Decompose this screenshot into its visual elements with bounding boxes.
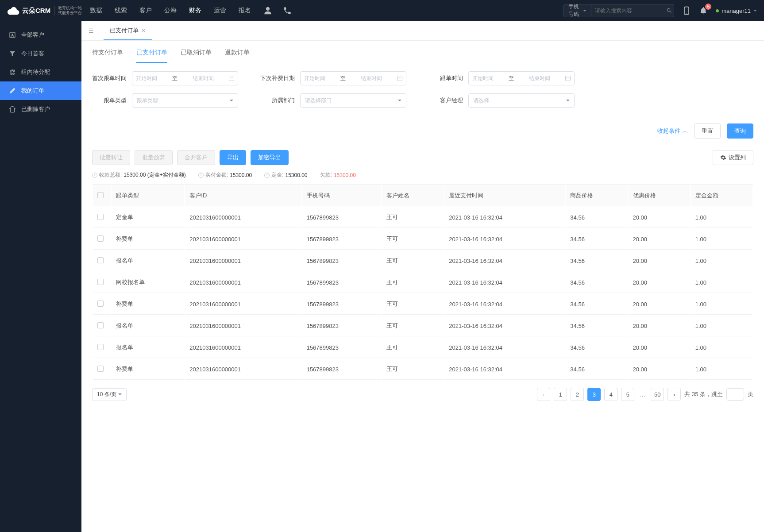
dept-select[interactable]: 请选择部门 [300,93,406,108]
page-5[interactable]: 5 [621,388,634,401]
topnav-报名[interactable]: 报名 [239,7,251,15]
sub-tab-已支付订单[interactable]: 已支付订单 [136,49,167,63]
sidebar-item-我的订单[interactable]: 我的订单 [0,81,81,100]
help-icon [92,173,97,178]
row-checkbox[interactable] [97,214,104,220]
batch-abandon-button[interactable]: 批量放弃 [135,150,173,165]
last-page-button[interactable]: 50 [651,388,664,401]
topnav-运营[interactable]: 运营 [214,7,226,15]
set-columns-button[interactable]: 设置列 [713,150,753,165]
row-checkbox[interactable] [97,257,104,263]
dept-label: 所属部门 [260,96,295,104]
calendar-icon [229,76,234,81]
manager-label: 客户经理 [428,96,463,104]
query-button[interactable]: 查询 [727,123,753,139]
page-tab[interactable]: 已支付订单 ✕ [104,21,152,40]
sidebar-item-已删除客户[interactable]: 已删除客户 [0,100,81,119]
cell-price: 34.56 [566,316,627,336]
close-icon[interactable]: ✕ [141,27,146,34]
cell-id: 2021031600000001 [185,207,301,228]
next-fee-date-range[interactable]: 开始时间至结束时间 [300,71,406,85]
encrypt-export-button[interactable]: 加密导出 [251,150,289,165]
page-3[interactable]: 3 [587,388,601,401]
export-button[interactable]: 导出 [220,150,246,165]
row-checkbox[interactable] [97,344,104,350]
first-follow-time-range[interactable]: 开始时间至结束时间 [132,71,238,85]
page-4[interactable]: 4 [604,388,617,401]
search-button[interactable] [665,4,674,17]
table-row[interactable]: 补费单20210316000000011567899823王可2021-03-1… [93,294,752,315]
page-2[interactable]: 2 [571,388,584,401]
manager-select[interactable]: 请选择 [468,93,575,108]
edit-icon [9,87,16,94]
chevron-down-icon [230,100,233,101]
follow-time-range[interactable]: 开始时间至结束时间 [468,71,575,85]
cell-name: 王可 [382,359,444,380]
table-row[interactable]: 补费单20210316000000011567899823王可2021-03-1… [93,229,752,250]
select-all-checkbox[interactable] [97,192,104,198]
sidebar-item-组内待分配[interactable]: 组内待分配 [0,63,81,81]
row-checkbox[interactable] [97,366,104,372]
cell-deposit: 1.00 [691,337,752,358]
topnav-线索[interactable]: 线索 [115,7,127,15]
sidebar-item-全部客户[interactable]: 全部客户 [0,26,81,44]
sub-tab-待支付订单[interactable]: 待支付订单 [92,49,123,63]
sub-tab-已取消订单[interactable]: 已取消订单 [181,49,212,63]
cell-time: 2021-03-16 16:32:04 [444,251,565,271]
orders-table: 跟单类型客户ID手机号码客户姓名最近支付时间商品价格优惠价格定金金额 定金单20… [92,184,753,381]
topnav-财务[interactable]: 财务 [189,7,201,15]
cell-time: 2021-03-16 16:32:04 [444,337,565,358]
column-header: 客户姓名 [382,185,444,206]
phone-icon[interactable] [283,6,292,15]
next-page-button[interactable]: › [668,388,681,401]
row-checkbox[interactable] [97,301,104,307]
person-icon[interactable] [263,6,272,15]
user-menu[interactable]: manager11 [716,8,757,14]
search-box[interactable]: 手机号码 [563,4,674,17]
jump-page-input[interactable] [726,388,744,401]
search-type-select[interactable]: 手机号码 [564,4,591,17]
follow-type-select[interactable]: 跟单类型 [132,93,238,108]
search-input[interactable] [591,8,665,14]
collapse-sidebar-icon[interactable]: ☰ [86,27,96,34]
topnav-公海[interactable]: 公海 [164,7,177,15]
batch-transfer-button[interactable]: 批量转让 [92,150,130,165]
table-row[interactable]: 补费单20210316000000011567899823王可2021-03-1… [93,359,752,380]
search-icon [666,8,672,14]
cell-price: 34.56 [566,207,627,228]
row-checkbox[interactable] [97,235,104,242]
cell-phone: 1567899823 [302,316,381,336]
reset-button[interactable]: 重置 [694,123,721,139]
sidebar-item-今日首客[interactable]: 今日首客 [0,44,81,63]
table-row[interactable]: 报名单20210316000000011567899823王可2021-03-1… [93,316,752,336]
row-checkbox[interactable] [97,279,104,285]
follow-time-label: 跟单时间 [428,74,463,82]
logo[interactable]: 云朵CRM 教育机构一站式服务云平台 [7,6,82,15]
cell-phone: 1567899823 [302,359,381,380]
cell-deposit: 1.00 [691,272,752,293]
cell-name: 王可 [382,229,444,250]
row-checkbox[interactable] [97,322,104,328]
table-row[interactable]: 网校报名单20210316000000011567899823王可2021-03… [93,272,752,293]
cell-time: 2021-03-16 16:32:04 [444,316,565,336]
users-icon [9,31,16,39]
collapse-filters-link[interactable]: 收起条件 ︿ [657,127,688,135]
topnav-数据[interactable]: 数据 [90,7,102,15]
cell-phone: 1567899823 [302,207,381,228]
table-row[interactable]: 报名单20210316000000011567899823王可2021-03-1… [93,251,752,271]
topnav-客户[interactable]: 客户 [139,7,152,15]
prev-page-button[interactable]: ‹ [537,388,550,401]
page-size-select[interactable]: 10 条/页 [92,388,127,401]
merge-customer-button[interactable]: 合并客户 [177,150,215,165]
cell-id: 2021031600000001 [185,337,301,358]
cell-discount: 20.00 [629,229,690,250]
sub-tab-退款订单[interactable]: 退款订单 [225,49,250,63]
cell-discount: 20.00 [629,207,690,228]
table-row[interactable]: 定金单20210316000000011567899823王可2021-03-1… [93,207,752,228]
cell-discount: 20.00 [629,359,690,380]
table-row[interactable]: 报名单20210316000000011567899823王可2021-03-1… [93,337,752,358]
cell-discount: 20.00 [629,251,690,271]
bell-icon[interactable]: 5 [699,6,708,15]
page-1[interactable]: 1 [554,388,567,401]
mobile-icon[interactable] [682,6,691,15]
